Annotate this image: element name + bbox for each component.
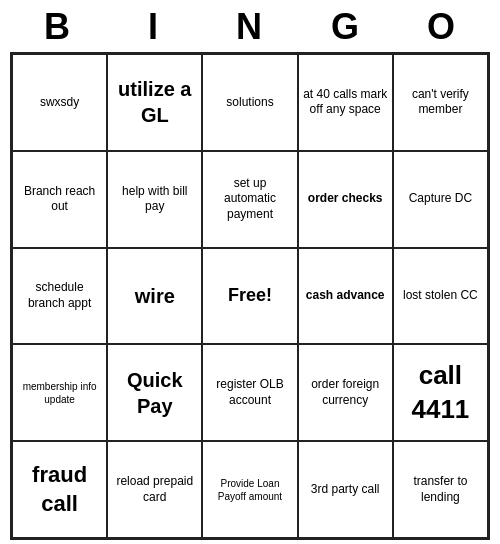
cell-17: register OLB account <box>202 344 297 441</box>
cell-12-free: Free! <box>202 248 297 345</box>
cell-22: Provide Loan Payoff amount <box>202 441 297 538</box>
cell-3: at 40 calls mark off any space <box>298 54 393 151</box>
title-i: I <box>116 6 192 48</box>
title-o: O <box>404 6 480 48</box>
cell-24: transfer to lending <box>393 441 488 538</box>
cell-14: lost stolen CC <box>393 248 488 345</box>
title-n: N <box>212 6 288 48</box>
cell-5: Branch reach out <box>12 151 107 248</box>
cell-18: order foreign currency <box>298 344 393 441</box>
cell-0: swxsdy <box>12 54 107 151</box>
cell-11: wire <box>107 248 202 345</box>
cell-8: order checks <box>298 151 393 248</box>
bingo-title: B I N G O <box>10 0 490 52</box>
cell-16: Quick Pay <box>107 344 202 441</box>
cell-9: Capture DC <box>393 151 488 248</box>
cell-6: help with bill pay <box>107 151 202 248</box>
title-b: B <box>20 6 96 48</box>
cell-13: cash advance <box>298 248 393 345</box>
cell-4: can't verify member <box>393 54 488 151</box>
bingo-grid: swxsdy utilize a GL solutions at 40 call… <box>10 52 490 540</box>
cell-15: membership info update <box>12 344 107 441</box>
cell-19: call 4411 <box>393 344 488 441</box>
cell-1: utilize a GL <box>107 54 202 151</box>
cell-10: schedule branch appt <box>12 248 107 345</box>
cell-23: 3rd party call <box>298 441 393 538</box>
cell-20: fraud call <box>12 441 107 538</box>
cell-2: solutions <box>202 54 297 151</box>
cell-21: reload prepaid card <box>107 441 202 538</box>
cell-7: set up automatic payment <box>202 151 297 248</box>
title-g: G <box>308 6 384 48</box>
